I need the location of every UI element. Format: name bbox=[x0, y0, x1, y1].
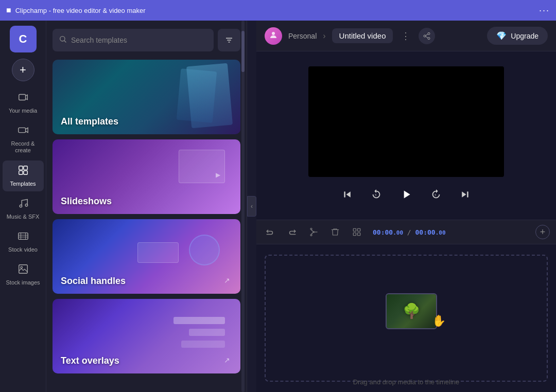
stock-video-icon bbox=[18, 230, 29, 244]
titlebar-dots[interactable]: ··· bbox=[539, 5, 550, 16]
templates-icon bbox=[18, 165, 29, 179]
app-logo[interactable]: C bbox=[10, 26, 37, 52]
templates-panel: All templates Slideshows ↗ Social handle… bbox=[46, 21, 247, 392]
svg-rect-4 bbox=[19, 170, 22, 174]
svg-rect-13 bbox=[19, 265, 27, 274]
drag-cursor-icon: ✋ bbox=[432, 314, 446, 328]
redo-button[interactable] bbox=[284, 224, 300, 240]
cut-button[interactable] bbox=[306, 224, 321, 240]
sidebar-item-record-create-label: Record &create bbox=[11, 140, 35, 154]
delete-button[interactable] bbox=[327, 224, 343, 240]
svg-point-29 bbox=[310, 235, 312, 236]
svg-rect-28 bbox=[467, 191, 468, 198]
sidebar-item-stock-video[interactable]: Stock video bbox=[3, 226, 44, 257]
total-time: 00:00.00 bbox=[415, 228, 446, 236]
sidebar-item-templates[interactable]: Templates bbox=[3, 161, 44, 191]
share-button[interactable] bbox=[419, 28, 435, 44]
upgrade-label: Upgrade bbox=[511, 32, 538, 40]
sidebar-item-your-media[interactable]: Your media bbox=[3, 87, 44, 118]
breadcrumb-separator: › bbox=[323, 31, 325, 41]
svg-line-23 bbox=[426, 37, 428, 38]
svg-text:5: 5 bbox=[435, 193, 436, 197]
timeline-time: 00:00.00 / 00:00.00 bbox=[373, 228, 446, 236]
titlebar-logo-icon: ■ bbox=[6, 6, 11, 15]
scrollbar-thumb[interactable] bbox=[241, 31, 245, 72]
svg-line-32 bbox=[311, 231, 315, 235]
clip-options-button[interactable] bbox=[349, 224, 364, 240]
plus-icon: + bbox=[540, 227, 546, 238]
svg-point-19 bbox=[272, 32, 275, 35]
template-card-slideshows[interactable]: Slideshows bbox=[53, 139, 240, 214]
stock-images-icon bbox=[18, 263, 29, 277]
sidebar-item-stock-video-label: Stock video bbox=[8, 246, 38, 253]
svg-rect-37 bbox=[358, 233, 360, 236]
titlebar-title: Clipchamp - free video editor & video ma… bbox=[15, 7, 146, 14]
svg-point-20 bbox=[428, 32, 430, 34]
svg-rect-2 bbox=[19, 166, 22, 169]
scrollbar-track bbox=[241, 21, 245, 392]
video-clip-thumbnail[interactable]: 🌳 bbox=[386, 293, 437, 329]
rewind-5s-button[interactable]: 5 bbox=[367, 185, 386, 204]
skip-to-end-button[interactable] bbox=[456, 185, 474, 204]
your-media-icon bbox=[18, 92, 29, 105]
play-button[interactable] bbox=[396, 184, 416, 205]
svg-rect-0 bbox=[19, 95, 25, 100]
svg-point-22 bbox=[428, 37, 430, 39]
svg-rect-34 bbox=[353, 228, 356, 231]
svg-rect-36 bbox=[353, 233, 356, 236]
template-all-label: All templates bbox=[61, 116, 118, 127]
playback-controls: 5 5 bbox=[338, 184, 474, 205]
project-name[interactable]: Untitled video bbox=[332, 28, 393, 43]
video-canvas bbox=[308, 66, 504, 177]
tree-icon: 🌳 bbox=[403, 302, 421, 319]
sidebar: C + Your media Record &create bbox=[0, 21, 46, 392]
timeline-area: 🌳 ✋ Drag and drop media to the timeline bbox=[256, 244, 556, 392]
svg-rect-8 bbox=[18, 233, 27, 240]
drag-drop-hint: Drag and drop media to the timeline bbox=[353, 378, 460, 386]
svg-line-24 bbox=[426, 34, 428, 35]
editor-header: Personal › Untitled video ⋮ 💎 Upgrade bbox=[256, 21, 556, 51]
skip-to-start-button[interactable] bbox=[338, 185, 357, 204]
avatar-icon bbox=[269, 30, 278, 41]
filter-button[interactable] bbox=[218, 29, 240, 51]
svg-point-21 bbox=[424, 35, 426, 37]
chevron-left-icon: ‹ bbox=[251, 203, 253, 210]
logo-letter: C bbox=[19, 32, 27, 46]
titlebar: ■ Clipchamp - free video editor & video … bbox=[0, 0, 556, 21]
template-card-text-overlays[interactable]: ↗ Text overlays bbox=[53, 299, 240, 373]
collapse-panel-button[interactable]: ‹ bbox=[247, 196, 256, 217]
svg-rect-25 bbox=[344, 191, 345, 198]
sidebar-item-your-media-label: Your media bbox=[9, 108, 37, 114]
search-icon bbox=[59, 35, 67, 45]
forward-5s-button[interactable]: 5 bbox=[427, 185, 445, 204]
add-track-button[interactable]: + bbox=[535, 225, 550, 239]
svg-point-7 bbox=[25, 204, 28, 206]
timeline-toolbar: 00:00.00 / 00:00.00 + bbox=[256, 220, 556, 244]
template-text-overlays-label: Text overlays bbox=[61, 355, 119, 366]
templates-list: All templates Slideshows ↗ Social handle… bbox=[46, 60, 247, 392]
upgrade-button[interactable]: 💎 Upgrade bbox=[487, 27, 548, 45]
search-input[interactable] bbox=[71, 36, 207, 44]
template-card-all[interactable]: All templates bbox=[53, 60, 240, 134]
sidebar-item-record-create[interactable]: Record &create bbox=[3, 120, 44, 158]
record-create-icon bbox=[18, 124, 29, 138]
sidebar-item-music-sfx[interactable]: Music & SFX bbox=[3, 193, 44, 224]
svg-line-31 bbox=[311, 230, 315, 233]
project-options-icon[interactable]: ⋮ bbox=[401, 30, 410, 42]
sidebar-item-stock-images[interactable]: Stock images bbox=[3, 259, 44, 290]
search-bar bbox=[46, 21, 247, 60]
template-social-handles-label: Social handles bbox=[61, 276, 126, 287]
create-new-button[interactable]: + bbox=[12, 59, 34, 81]
breadcrumb-personal: Personal bbox=[288, 32, 317, 40]
sidebar-item-templates-label: Templates bbox=[10, 181, 36, 187]
titlebar-left: ■ Clipchamp - free video editor & video … bbox=[6, 6, 146, 15]
plus-icon: + bbox=[20, 63, 26, 77]
undo-button[interactable] bbox=[263, 224, 278, 240]
sidebar-item-stock-images-label: Stock images bbox=[6, 279, 40, 286]
search-input-wrap[interactable] bbox=[53, 29, 214, 51]
svg-rect-5 bbox=[23, 170, 27, 174]
music-sfx-icon bbox=[18, 198, 29, 211]
gem-icon: 💎 bbox=[496, 31, 507, 41]
template-card-social-handles[interactable]: ↗ Social handles bbox=[53, 219, 240, 294]
svg-text:5: 5 bbox=[375, 193, 376, 197]
